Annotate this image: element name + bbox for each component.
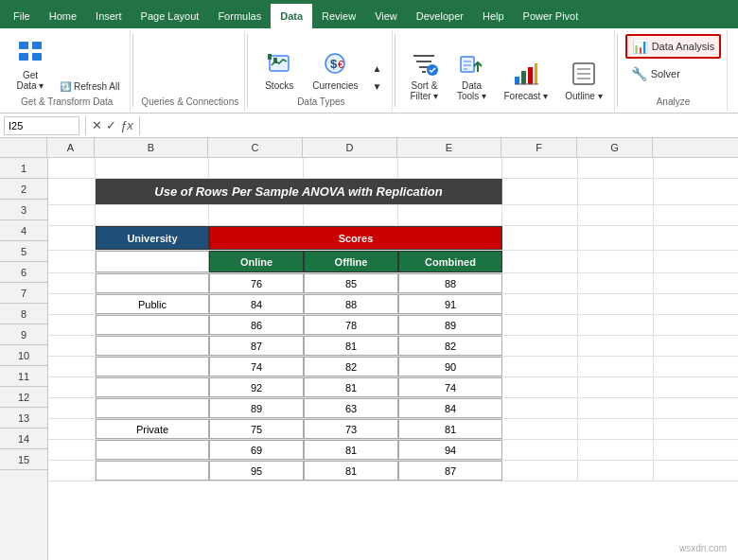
cell-b4-univ[interactable]: University (96, 226, 209, 250)
cell-e8[interactable]: 89 (398, 315, 502, 335)
cell-b5[interactable] (96, 251, 209, 272)
cell-e7[interactable]: 91 (398, 294, 502, 314)
cell-f4[interactable] (502, 226, 578, 250)
cell-g12[interactable] (578, 398, 654, 418)
row-header-13[interactable]: 13 (0, 408, 47, 429)
cell-b13-private[interactable]: Private (96, 419, 209, 439)
outline-button[interactable]: Outline ▾ (559, 55, 607, 105)
cell-f10[interactable] (502, 357, 578, 376)
cell-d3[interactable] (304, 205, 398, 225)
cell-f3[interactable] (502, 205, 578, 225)
cell-c4-scores[interactable]: Scores (209, 226, 502, 250)
cell-d1[interactable] (304, 158, 398, 178)
tab-developer[interactable]: Developer (407, 4, 473, 28)
cell-e13[interactable]: 81 (398, 419, 502, 439)
row-header-8[interactable]: 8 (0, 304, 47, 324)
data-types-down[interactable]: ▼ (368, 79, 387, 95)
cell-c11[interactable]: 92 (209, 377, 304, 397)
stocks-button[interactable]: Stocks (255, 44, 303, 95)
cell-b7-public[interactable]: Public (96, 294, 209, 314)
tab-power-pivot[interactable]: Power Pivot (514, 4, 589, 28)
cell-b14[interactable] (96, 440, 209, 460)
row-header-11[interactable]: 11 (0, 366, 47, 387)
row-header-10[interactable]: 10 (0, 345, 47, 366)
cell-b11[interactable] (96, 377, 209, 397)
cell-d11[interactable]: 81 (304, 377, 398, 397)
tab-view[interactable]: View (365, 4, 407, 28)
cell-d15[interactable]: 81 (304, 461, 398, 481)
cell-c14[interactable]: 69 (209, 440, 304, 460)
cell-e12[interactable]: 84 (398, 398, 502, 418)
cell-g3[interactable] (578, 205, 654, 225)
col-header-f[interactable]: F (501, 138, 577, 157)
cell-e9[interactable]: 82 (398, 336, 502, 356)
cell-a7[interactable] (48, 294, 96, 314)
cell-e10[interactable]: 90 (398, 357, 502, 376)
cell-c8[interactable]: 86 (209, 315, 304, 335)
col-header-d[interactable]: D (303, 138, 397, 157)
cell-g13[interactable] (578, 419, 654, 439)
data-types-up[interactable]: ▲ (368, 61, 387, 77)
cell-b12[interactable] (96, 398, 209, 418)
cell-a8[interactable] (48, 315, 96, 335)
cell-e5-combined[interactable]: Combined (398, 251, 502, 272)
cell-a3[interactable] (48, 205, 96, 225)
cell-f2[interactable] (502, 179, 578, 204)
tab-file[interactable]: File (4, 4, 40, 28)
cell-d12[interactable]: 63 (304, 398, 398, 418)
cell-f1[interactable] (502, 158, 578, 178)
cell-c3[interactable] (209, 205, 304, 225)
currencies-button[interactable]: $ € Currencies (307, 44, 363, 95)
confirm-formula-icon[interactable]: ✓ (106, 118, 116, 132)
cell-e6[interactable]: 88 (398, 273, 502, 293)
col-header-e[interactable]: E (397, 138, 501, 157)
formula-input[interactable] (146, 118, 734, 133)
cancel-formula-icon[interactable]: ✕ (92, 118, 102, 132)
cell-d8[interactable]: 78 (304, 315, 398, 335)
col-header-g[interactable]: G (577, 138, 653, 157)
sort-filter-button[interactable]: Sort &Filter ▾ (403, 44, 445, 105)
cell-d13[interactable]: 73 (304, 419, 398, 439)
row-header-9[interactable]: 9 (0, 324, 47, 345)
cell-a13[interactable] (48, 419, 96, 439)
cell-f8[interactable] (502, 315, 578, 335)
cell-c15[interactable]: 95 (209, 461, 304, 481)
cell-f12[interactable] (502, 398, 578, 418)
cell-g8[interactable] (578, 315, 654, 335)
row-header-4[interactable]: 4 (0, 220, 47, 241)
col-header-b[interactable]: B (95, 138, 208, 157)
cell-a9[interactable] (48, 336, 96, 356)
cell-a14[interactable] (48, 440, 96, 460)
cell-a5[interactable] (48, 251, 96, 272)
cell-e1[interactable] (398, 158, 502, 178)
cell-d6[interactable]: 85 (304, 273, 398, 293)
cell-g15[interactable] (578, 461, 654, 481)
cell-g10[interactable] (578, 357, 654, 376)
tab-page-layout[interactable]: Page Layout (132, 4, 209, 28)
cell-b8[interactable] (96, 315, 209, 335)
cell-g14[interactable] (578, 440, 654, 460)
cell-a6[interactable] (48, 273, 96, 293)
cell-g5[interactable] (578, 251, 654, 272)
cell-f13[interactable] (502, 419, 578, 439)
cell-a1[interactable] (48, 158, 96, 178)
cell-c6[interactable]: 76 (209, 273, 304, 293)
row-header-12[interactable]: 12 (0, 387, 47, 408)
cell-f14[interactable] (502, 440, 578, 460)
cell-d5-offline[interactable]: Offline (304, 251, 398, 272)
cell-c5-online[interactable]: Online (209, 251, 304, 272)
col-header-a[interactable]: A (47, 138, 95, 157)
data-analysis-button[interactable]: 📊 Data Analysis (625, 34, 722, 59)
cell-e3[interactable] (398, 205, 502, 225)
cell-d7[interactable]: 88 (304, 294, 398, 314)
cell-g4[interactable] (578, 226, 654, 250)
cell-f6[interactable] (502, 273, 578, 293)
cell-f7[interactable] (502, 294, 578, 314)
tab-insert[interactable]: Insert (86, 4, 132, 28)
row-header-1[interactable]: 1 (0, 158, 47, 179)
cell-c12[interactable]: 89 (209, 398, 304, 418)
row-header-5[interactable]: 5 (0, 241, 47, 262)
cell-b1[interactable] (96, 158, 209, 178)
col-header-c[interactable]: C (208, 138, 303, 157)
cell-a15[interactable] (48, 461, 96, 481)
